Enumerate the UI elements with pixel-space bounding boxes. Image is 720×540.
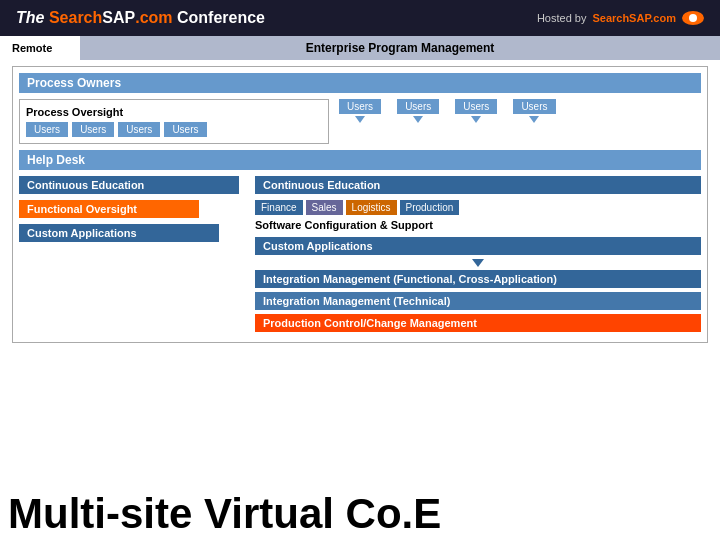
right-column: Continuous Education Finance Sales Logis…	[255, 176, 701, 336]
arrow-down-2	[413, 116, 423, 123]
header: The SearchSAP.com Conference Hosted by S…	[0, 0, 720, 36]
footer-large-text: Multi-site Virtual Co.E	[8, 490, 441, 538]
user-col-3: Users	[455, 99, 497, 123]
user-col-1: Users	[339, 99, 381, 123]
user-col-4: Users	[513, 99, 555, 123]
integration-tech-box: Integration Management (Technical)	[255, 292, 701, 310]
dept-buttons-row: Finance Sales Logistics Production	[255, 200, 701, 215]
searchsap-brand: SearchSAP.com	[592, 12, 676, 24]
user-btn-r4[interactable]: Users	[513, 99, 555, 114]
two-col-section: Continuous Education Functional Oversigh…	[19, 176, 701, 336]
users-right-section: Users Users Users Users	[339, 99, 556, 144]
header-title: The SearchSAP.com Conference	[16, 9, 265, 27]
com-text: com	[140, 9, 173, 26]
arrow-down-4	[529, 116, 539, 123]
search-text: Search	[49, 9, 102, 26]
production-btn[interactable]: Production	[400, 200, 460, 215]
left-column: Continuous Education Functional Oversigh…	[19, 176, 239, 336]
right-custom-apps[interactable]: Custom Applications	[255, 237, 701, 255]
user-btn-1[interactable]: Users	[26, 122, 68, 137]
sap-text: SAP	[102, 9, 135, 26]
enterprise-row: Remote Enterprise Program Management	[0, 36, 720, 60]
process-oversight-label: Process Oversight	[26, 106, 322, 118]
enterprise-label: Enterprise Program Management	[306, 41, 495, 55]
process-owners-bar: Process Owners	[19, 73, 701, 93]
hosted-by-section: Hosted by SearchSAP.com	[537, 11, 704, 25]
finance-btn[interactable]: Finance	[255, 200, 303, 215]
arrow-down-3	[471, 116, 481, 123]
logistics-btn[interactable]: Logistics	[346, 200, 397, 215]
func-oversight-btn[interactable]: Functional Oversight	[19, 200, 199, 218]
sales-btn[interactable]: Sales	[306, 200, 343, 215]
production-control-box: Production Control/Change Management	[255, 314, 701, 332]
down-arrow-1	[472, 259, 484, 267]
right-cont-edu: Continuous Education	[255, 176, 701, 194]
enterprise-bar: Enterprise Program Management	[80, 36, 720, 60]
hosted-by-label: Hosted by	[537, 12, 587, 24]
arrow-down-1	[355, 116, 365, 123]
main-content: Process Owners Process Oversight Users U…	[0, 60, 720, 349]
arrow-connector-1	[255, 259, 701, 267]
user-btn-r3[interactable]: Users	[455, 99, 497, 114]
left-custom-apps[interactable]: Custom Applications	[19, 224, 219, 242]
sw-config-label: Software Configuration & Support	[255, 219, 701, 231]
user-btn-2[interactable]: Users	[72, 122, 114, 137]
left-process-box: Process Oversight Users Users Users User…	[19, 99, 329, 144]
user-btn-4[interactable]: Users	[164, 122, 206, 137]
user-col-2: Users	[397, 99, 439, 123]
left-cont-edu: Continuous Education	[19, 176, 239, 194]
integration-mgmt-box: Integration Management (Functional, Cros…	[255, 270, 701, 288]
user-btn-r2[interactable]: Users	[397, 99, 439, 114]
user-btn-3[interactable]: Users	[118, 122, 160, 137]
process-oversight-section: Process Oversight Users Users Users User…	[19, 99, 701, 144]
user-btn-r1[interactable]: Users	[339, 99, 381, 114]
conference-text: Conference	[173, 9, 265, 26]
users-row-left: Users Users Users Users	[26, 122, 322, 137]
outer-box: Process Owners Process Oversight Users U…	[12, 66, 708, 343]
help-desk-bar: Help Desk	[19, 150, 701, 170]
eye-icon	[682, 11, 704, 25]
the-text: The	[16, 9, 44, 26]
remote-label: Remote	[0, 36, 80, 60]
